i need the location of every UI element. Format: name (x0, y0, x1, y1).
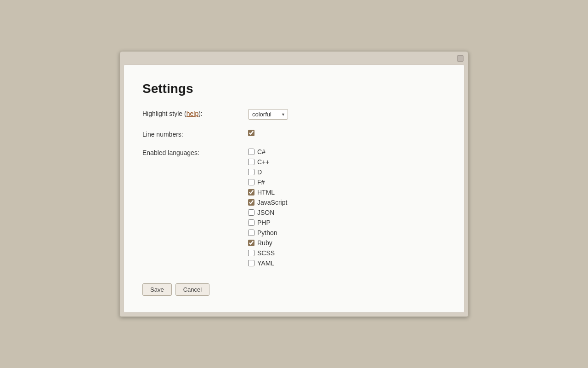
language-label: Python (257, 229, 277, 236)
checkbox-yaml[interactable] (248, 260, 254, 266)
save-button[interactable]: Save (142, 283, 172, 296)
checkbox-python[interactable] (248, 230, 254, 236)
list-item: F# (248, 178, 446, 186)
highlight-style-control: colorful default monokai github solarize… (248, 109, 446, 120)
title-bar (124, 55, 464, 62)
language-label: D (257, 168, 262, 176)
list-item: JavaScript (248, 199, 446, 206)
select-wrapper: colorful default monokai github solarize… (248, 109, 288, 120)
languages-list: C#C++DF#HTMLJavaScriptJSONPHPPythonRubyS… (248, 148, 446, 270)
list-item: SCSS (248, 249, 446, 257)
language-label: JSON (257, 209, 274, 216)
buttons-row: Save Cancel (142, 283, 446, 296)
list-item: C# (248, 148, 446, 155)
list-item: PHP (248, 219, 446, 226)
language-label: PHP (257, 219, 271, 226)
checkbox-f-[interactable] (248, 179, 254, 185)
checkbox-html[interactable] (248, 189, 254, 196)
list-item: HTML (248, 189, 446, 196)
line-numbers-checkbox[interactable] (248, 130, 254, 136)
line-numbers-row: Line numbers: (142, 130, 446, 138)
list-item: JSON (248, 209, 446, 216)
checkbox-javascript[interactable] (248, 199, 254, 206)
highlight-style-label: Highlight style (help): (142, 109, 248, 117)
language-label: HTML (257, 189, 275, 196)
enabled-languages-label: Enabled languages: (142, 148, 248, 156)
list-item: Ruby (248, 239, 446, 247)
list-item: C++ (248, 158, 446, 166)
checkbox-ruby[interactable] (248, 240, 254, 246)
cancel-button[interactable]: Cancel (175, 283, 209, 296)
language-label: YAML (257, 259, 274, 267)
checkbox-json[interactable] (248, 209, 254, 216)
line-numbers-label: Line numbers: (142, 130, 248, 138)
list-item: YAML (248, 259, 446, 267)
language-label: Ruby (257, 239, 272, 247)
close-button[interactable] (457, 55, 464, 62)
content-panel: Settings Highlight style (help): colorfu… (124, 64, 464, 313)
checkbox-scss[interactable] (248, 250, 254, 256)
enabled-languages-row: Enabled languages: C#C++DF#HTMLJavaScrip… (142, 148, 446, 270)
list-item: Python (248, 229, 446, 236)
language-label: F# (257, 178, 265, 186)
language-label: C# (257, 148, 266, 155)
checkbox-php[interactable] (248, 219, 254, 226)
highlight-style-row: Highlight style (help): colorful default… (142, 109, 446, 120)
list-item: D (248, 168, 446, 176)
line-numbers-control (248, 130, 446, 138)
checkbox-c--[interactable] (248, 159, 254, 165)
checkbox-d[interactable] (248, 169, 254, 175)
help-link[interactable]: help (187, 110, 198, 117)
window-frame: Settings Highlight style (help): colorfu… (119, 51, 469, 317)
language-label: SCSS (257, 249, 275, 257)
page-title: Settings (142, 81, 446, 96)
checkbox-c-[interactable] (248, 149, 254, 155)
language-label: JavaScript (257, 199, 287, 206)
highlight-style-select[interactable]: colorful default monokai github solarize… (248, 109, 288, 120)
language-label: C++ (257, 158, 269, 166)
